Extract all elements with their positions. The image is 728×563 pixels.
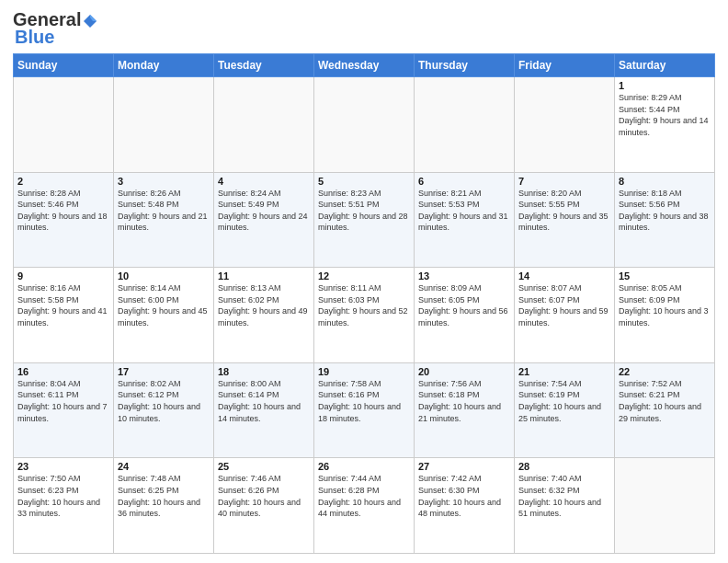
- day-cell: 4Sunrise: 8:24 AM Sunset: 5:49 PM Daylig…: [214, 172, 314, 268]
- day-cell: 27Sunrise: 7:42 AM Sunset: 6:30 PM Dayli…: [415, 458, 515, 554]
- day-cell: 22Sunrise: 7:52 AM Sunset: 6:21 PM Dayli…: [615, 362, 715, 458]
- weekday-header-thursday: Thursday: [415, 54, 515, 77]
- day-cell: [415, 77, 515, 173]
- day-number: 27: [418, 461, 510, 472]
- day-number: 6: [418, 176, 510, 187]
- day-info: Sunrise: 7:56 AM Sunset: 6:18 PM Dayligh…: [418, 378, 510, 424]
- day-info: Sunrise: 7:42 AM Sunset: 6:30 PM Dayligh…: [418, 473, 510, 519]
- week-row-2: 2Sunrise: 8:28 AM Sunset: 5:46 PM Daylig…: [14, 172, 715, 268]
- day-number: 9: [17, 270, 109, 282]
- day-number: 28: [518, 461, 610, 472]
- day-number: 21: [518, 366, 610, 377]
- weekday-header-wednesday: Wednesday: [314, 54, 415, 77]
- day-cell: 26Sunrise: 7:44 AM Sunset: 6:28 PM Dayli…: [314, 458, 415, 554]
- day-number: 10: [118, 270, 210, 282]
- day-info: Sunrise: 7:40 AM Sunset: 6:32 PM Dayligh…: [518, 473, 610, 519]
- week-row-4: 16Sunrise: 8:04 AM Sunset: 6:11 PM Dayli…: [14, 362, 715, 458]
- day-number: 20: [418, 366, 510, 377]
- day-cell: 5Sunrise: 8:23 AM Sunset: 5:51 PM Daylig…: [314, 172, 415, 268]
- day-cell: 3Sunrise: 8:26 AM Sunset: 5:48 PM Daylig…: [114, 172, 214, 268]
- day-info: Sunrise: 8:20 AM Sunset: 5:55 PM Dayligh…: [518, 188, 610, 234]
- weekday-header-tuesday: Tuesday: [214, 54, 314, 77]
- week-row-5: 23Sunrise: 7:50 AM Sunset: 6:23 PM Dayli…: [14, 458, 715, 554]
- day-number: 18: [218, 366, 310, 377]
- day-number: 22: [619, 366, 711, 377]
- weekday-header-friday: Friday: [515, 54, 615, 77]
- day-info: Sunrise: 8:18 AM Sunset: 5:56 PM Dayligh…: [619, 188, 711, 234]
- day-cell: 28Sunrise: 7:40 AM Sunset: 6:32 PM Dayli…: [515, 458, 615, 554]
- day-cell: 14Sunrise: 8:07 AM Sunset: 6:07 PM Dayli…: [515, 268, 615, 363]
- day-info: Sunrise: 8:29 AM Sunset: 5:44 PM Dayligh…: [619, 92, 711, 138]
- day-cell: [515, 77, 615, 173]
- day-cell: 21Sunrise: 7:54 AM Sunset: 6:19 PM Dayli…: [515, 362, 615, 458]
- day-info: Sunrise: 7:46 AM Sunset: 6:26 PM Dayligh…: [218, 473, 310, 519]
- weekday-header-saturday: Saturday: [615, 54, 715, 77]
- day-cell: 19Sunrise: 7:58 AM Sunset: 6:16 PM Dayli…: [314, 362, 415, 458]
- day-number: 19: [318, 366, 410, 377]
- day-cell: 2Sunrise: 8:28 AM Sunset: 5:46 PM Daylig…: [14, 172, 114, 268]
- day-info: Sunrise: 8:13 AM Sunset: 6:02 PM Dayligh…: [218, 282, 310, 328]
- day-cell: 18Sunrise: 8:00 AM Sunset: 6:14 PM Dayli…: [214, 362, 314, 458]
- day-info: Sunrise: 8:23 AM Sunset: 5:51 PM Dayligh…: [318, 188, 410, 234]
- day-number: 13: [418, 270, 510, 282]
- logo: General Blue: [13, 9, 98, 48]
- day-info: Sunrise: 7:44 AM Sunset: 6:28 PM Dayligh…: [318, 473, 410, 519]
- day-number: 12: [318, 270, 410, 282]
- day-cell: 10Sunrise: 8:14 AM Sunset: 6:00 PM Dayli…: [114, 268, 214, 363]
- day-number: 24: [118, 461, 210, 472]
- weekday-header-monday: Monday: [114, 54, 214, 77]
- day-cell: 8Sunrise: 8:18 AM Sunset: 5:56 PM Daylig…: [615, 172, 715, 268]
- day-info: Sunrise: 8:09 AM Sunset: 6:05 PM Dayligh…: [418, 282, 510, 328]
- day-info: Sunrise: 7:50 AM Sunset: 6:23 PM Dayligh…: [17, 473, 109, 519]
- weekday-header-row: SundayMondayTuesdayWednesdayThursdayFrid…: [14, 54, 715, 77]
- weekday-header-sunday: Sunday: [14, 54, 114, 77]
- day-cell: 13Sunrise: 8:09 AM Sunset: 6:05 PM Dayli…: [415, 268, 515, 363]
- day-number: 16: [17, 366, 109, 377]
- calendar-table: SundayMondayTuesdayWednesdayThursdayFrid…: [13, 53, 715, 554]
- day-info: Sunrise: 8:00 AM Sunset: 6:14 PM Dayligh…: [218, 378, 310, 424]
- day-info: Sunrise: 7:54 AM Sunset: 6:19 PM Dayligh…: [518, 378, 610, 424]
- day-number: 3: [118, 176, 210, 187]
- day-cell: 12Sunrise: 8:11 AM Sunset: 6:03 PM Dayli…: [314, 268, 415, 363]
- header: General Blue: [13, 9, 715, 48]
- day-info: Sunrise: 8:05 AM Sunset: 6:09 PM Dayligh…: [619, 282, 711, 328]
- week-row-3: 9Sunrise: 8:16 AM Sunset: 5:58 PM Daylig…: [14, 268, 715, 363]
- day-number: 14: [518, 270, 610, 282]
- day-cell: [314, 77, 415, 173]
- day-cell: 23Sunrise: 7:50 AM Sunset: 6:23 PM Dayli…: [14, 458, 114, 554]
- day-info: Sunrise: 8:14 AM Sunset: 6:00 PM Dayligh…: [118, 282, 210, 328]
- day-cell: 7Sunrise: 8:20 AM Sunset: 5:55 PM Daylig…: [515, 172, 615, 268]
- day-cell: [14, 77, 114, 173]
- day-info: Sunrise: 8:24 AM Sunset: 5:49 PM Dayligh…: [218, 188, 310, 234]
- day-number: 23: [17, 461, 109, 472]
- day-number: 8: [619, 176, 711, 187]
- day-number: 17: [118, 366, 210, 377]
- page: General Blue SundayMondayTuesdayWednesda…: [0, 0, 728, 563]
- day-number: 1: [619, 80, 711, 91]
- day-cell: [114, 77, 214, 173]
- day-number: 15: [619, 270, 711, 282]
- day-cell: 1Sunrise: 8:29 AM Sunset: 5:44 PM Daylig…: [615, 77, 715, 173]
- day-number: 4: [218, 176, 310, 187]
- day-info: Sunrise: 8:04 AM Sunset: 6:11 PM Dayligh…: [17, 378, 109, 424]
- day-number: 25: [218, 461, 310, 472]
- day-cell: 9Sunrise: 8:16 AM Sunset: 5:58 PM Daylig…: [14, 268, 114, 363]
- day-number: 2: [17, 176, 109, 187]
- day-cell: [214, 77, 314, 173]
- day-cell: 25Sunrise: 7:46 AM Sunset: 6:26 PM Dayli…: [214, 458, 314, 554]
- week-row-1: 1Sunrise: 8:29 AM Sunset: 5:44 PM Daylig…: [14, 77, 715, 173]
- logo-blue-text: Blue: [15, 27, 54, 48]
- day-cell: 15Sunrise: 8:05 AM Sunset: 6:09 PM Dayli…: [615, 268, 715, 363]
- day-info: Sunrise: 7:48 AM Sunset: 6:25 PM Dayligh…: [118, 473, 210, 519]
- day-info: Sunrise: 8:26 AM Sunset: 5:48 PM Dayligh…: [118, 188, 210, 234]
- day-cell: 6Sunrise: 8:21 AM Sunset: 5:53 PM Daylig…: [415, 172, 515, 268]
- day-number: 7: [518, 176, 610, 187]
- day-cell: 20Sunrise: 7:56 AM Sunset: 6:18 PM Dayli…: [415, 362, 515, 458]
- day-cell: 17Sunrise: 8:02 AM Sunset: 6:12 PM Dayli…: [114, 362, 214, 458]
- day-info: Sunrise: 8:11 AM Sunset: 6:03 PM Dayligh…: [318, 282, 410, 328]
- day-info: Sunrise: 7:58 AM Sunset: 6:16 PM Dayligh…: [318, 378, 410, 424]
- day-info: Sunrise: 8:02 AM Sunset: 6:12 PM Dayligh…: [118, 378, 210, 424]
- day-cell: [615, 458, 715, 554]
- day-cell: 16Sunrise: 8:04 AM Sunset: 6:11 PM Dayli…: [14, 362, 114, 458]
- day-number: 11: [218, 270, 310, 282]
